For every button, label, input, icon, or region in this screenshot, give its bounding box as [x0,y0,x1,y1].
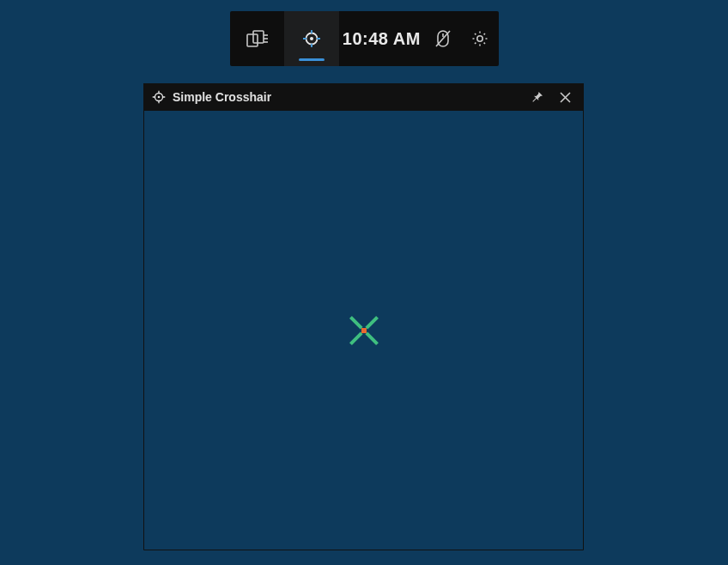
widgets-icon [246,30,269,47]
crosshair-window: Simple Crosshair [143,83,584,550]
svg-rect-1 [253,31,264,43]
gear-icon [471,30,488,47]
svg-point-12 [158,96,161,99]
window-title: Simple Crosshair [173,90,520,104]
crosshair-toggle-button[interactable] [284,11,338,66]
crosshair-icon [302,29,321,48]
crosshair-graphic [347,313,381,348]
widgets-button[interactable] [230,11,284,66]
svg-rect-0 [247,34,258,46]
crosshair-line [365,331,379,345]
crosshair-line [365,316,379,330]
disable-mouse-button[interactable] [424,11,462,66]
mouse-disabled-icon [435,29,451,48]
pin-icon [531,91,543,103]
crosshair-app-icon [152,90,166,104]
settings-button[interactable] [461,11,499,66]
overlay-toolbar: 10:48 AM [230,11,499,66]
clock-text: 10:48 AM [343,29,421,49]
pin-button[interactable] [527,87,548,107]
svg-point-10 [477,36,482,41]
clock-display[interactable]: 10:48 AM [339,11,424,66]
crosshair-dot [361,328,367,333]
close-icon [560,92,571,103]
crosshair-preview-area [144,111,583,550]
crosshair-line [349,331,363,345]
close-button[interactable] [555,87,575,107]
window-titlebar[interactable]: Simple Crosshair [143,83,584,111]
svg-point-6 [310,37,313,40]
